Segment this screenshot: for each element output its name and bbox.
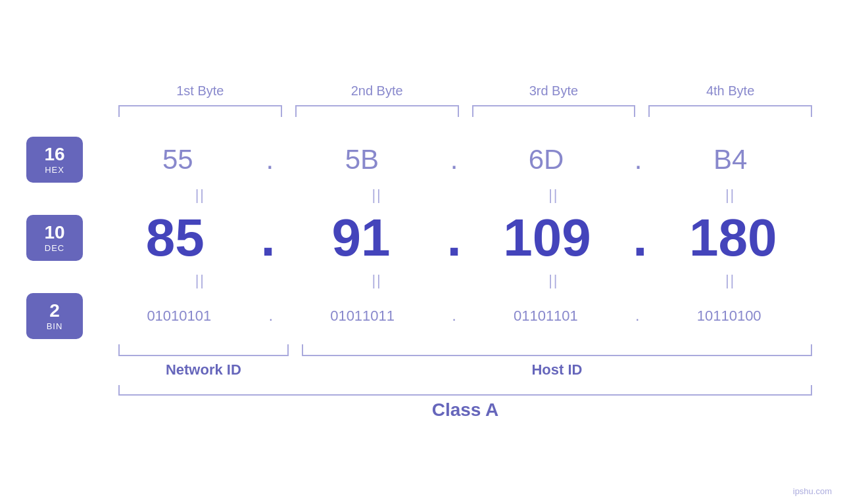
dec-badge-num: 10 <box>44 223 64 243</box>
dec-sep-3: . <box>633 208 647 268</box>
dec-val-2: 91 <box>276 208 447 268</box>
class-row: Class A <box>26 385 819 421</box>
bin-badge-num: 2 <box>49 301 60 321</box>
dbar-dec-bin: || || || || <box>26 272 819 289</box>
host-id-bracket <box>302 344 812 356</box>
bin-values: 01010101 . 01011011 . 01101101 . 1011010… <box>89 308 819 325</box>
dec-sep-1: . <box>261 208 276 268</box>
dbar-5: || <box>112 272 289 289</box>
bracket-4 <box>648 105 812 117</box>
hex-sep-1: . <box>266 144 274 175</box>
hex-val-4: B4 <box>642 144 819 175</box>
watermark: ipshu.com <box>793 486 832 496</box>
bracket-2 <box>295 105 459 117</box>
dec-sep-2: . <box>447 208 461 268</box>
bin-val-4: 10110100 <box>639 308 819 325</box>
byte-header-4: 4th Byte <box>642 83 819 99</box>
dbar-2: || <box>289 187 466 204</box>
dbar-7: || <box>466 272 642 289</box>
bin-val-1: 01010101 <box>89 308 269 325</box>
host-id-label: Host ID <box>531 361 582 378</box>
hex-val-2: 5B <box>274 144 450 175</box>
hex-row: 16 HEX 55 . 5B . 6D . B4 <box>26 137 819 183</box>
bracket-3 <box>472 105 636 117</box>
main-container: 1st Byte 2nd Byte 3rd Byte 4th Byte 16 H… <box>0 0 845 504</box>
byte-header-1: 1st Byte <box>112 83 289 99</box>
bin-badge-label: BIN <box>47 321 63 331</box>
hex-values: 55 . 5B . 6D . B4 <box>89 144 819 175</box>
bin-val-2: 01011011 <box>273 308 452 325</box>
dbar-hex-dec: || || || || <box>26 187 819 204</box>
dec-badge: 10 DEC <box>26 215 83 261</box>
hex-sep-3: . <box>635 144 642 175</box>
hex-badge-num: 16 <box>44 145 64 165</box>
dec-badge-label: DEC <box>45 243 64 253</box>
dec-val-4: 180 <box>647 208 819 268</box>
hex-sep-2: . <box>450 144 458 175</box>
hex-badge: 16 HEX <box>26 137 83 183</box>
dec-val-1: 85 <box>89 208 261 268</box>
top-brackets <box>26 105 819 117</box>
dbar-6: || <box>289 272 466 289</box>
network-id-section: Network ID <box>118 344 289 378</box>
bin-val-3: 01101101 <box>456 308 636 325</box>
dbar-4: || <box>642 187 819 204</box>
host-id-section: Host ID <box>302 344 812 378</box>
bin-row: 2 BIN 01010101 . 01011011 . 01101101 . 1… <box>26 293 819 339</box>
dec-values: 85 . 91 . 109 . 180 <box>89 208 819 268</box>
network-id-label: Network ID <box>166 361 241 378</box>
dec-row: 10 DEC 85 . 91 . 109 . 180 <box>26 208 819 268</box>
hex-val-1: 55 <box>89 144 266 175</box>
bracket-1 <box>118 105 282 117</box>
hex-val-3: 6D <box>458 144 635 175</box>
dbar-1: || <box>112 187 289 204</box>
dbar-3: || <box>466 187 642 204</box>
byte-header-2: 2nd Byte <box>289 83 466 99</box>
byte-headers: 1st Byte 2nd Byte 3rd Byte 4th Byte <box>26 83 819 99</box>
bottom-brackets: Network ID Host ID <box>26 344 819 378</box>
dbar-8: || <box>642 272 819 289</box>
class-label: Class A <box>432 400 499 421</box>
hex-badge-label: HEX <box>45 165 64 175</box>
bin-badge: 2 BIN <box>26 293 83 339</box>
network-id-bracket <box>118 344 289 356</box>
class-bracket <box>118 385 812 396</box>
dec-val-3: 109 <box>462 208 633 268</box>
byte-header-3: 3rd Byte <box>466 83 642 99</box>
